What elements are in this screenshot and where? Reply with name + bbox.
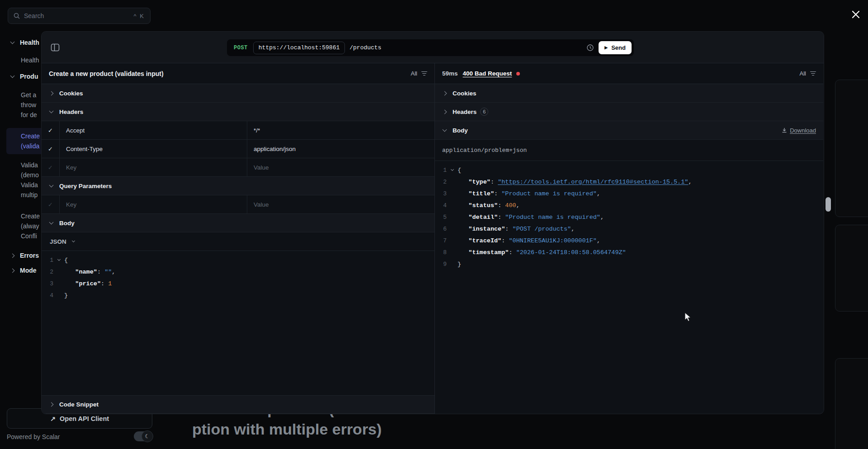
response-body-section[interactable]: Body Download [435, 121, 823, 140]
row-key-field[interactable]: Content-Type [60, 140, 247, 158]
request-body-section[interactable]: Body [42, 214, 434, 232]
line-number: 4 [45, 292, 53, 299]
response-pane: 59ms 400 Bad Request All Cookies Headers… [435, 63, 823, 414]
chevron-right-icon [49, 92, 53, 95]
download-icon [782, 128, 787, 133]
code-line: 1 { [435, 164, 823, 176]
path-field[interactable]: /products [349, 44, 381, 51]
row-value-field[interactable]: Value [247, 158, 434, 176]
code-line: 2 "type": "https://tools.ietf.org/html/r… [435, 176, 823, 188]
page-scrollbar-thumb[interactable] [826, 197, 831, 212]
chevron-right-icon [442, 110, 447, 113]
code-line: 8 "timestamp": "2026-01-24T18:08:58.0564… [435, 246, 823, 258]
send-button[interactable]: ▶ Send [599, 41, 632, 54]
row-enabled-checkbox[interactable]: ✓ [42, 121, 60, 139]
history-icon[interactable] [586, 44, 594, 52]
request-query-table: ✓ Key Value [42, 195, 434, 214]
chevron-down-icon [49, 185, 53, 187]
code-line: 2 "name": "", [42, 266, 434, 278]
row-enabled-checkbox[interactable]: ✓ [42, 158, 60, 176]
row-key-field[interactable]: Key [60, 158, 247, 176]
chevron-down-icon [450, 168, 453, 171]
line-number: 2 [45, 269, 53, 275]
row-value-field[interactable]: Value [247, 195, 434, 213]
headers-count-badge: 6 [480, 108, 488, 116]
moon-icon: ☾ [142, 430, 153, 442]
base-url-field[interactable]: https://localhost:59861 [253, 42, 345, 54]
kv-row[interactable]: ✓ Content-Type application/json [42, 140, 434, 158]
response-headers-section[interactable]: Headers 6 [435, 103, 823, 121]
line-number: 7 [439, 237, 447, 244]
fold-toggle[interactable] [53, 260, 64, 260]
chevron-down-icon [49, 111, 53, 113]
code-line: 3 "price": 1 [42, 278, 434, 289]
code-snippet-section[interactable]: Code Snippet [42, 395, 434, 414]
row-enabled-checkbox[interactable]: ✓ [42, 195, 60, 213]
line-number: 2 [439, 179, 447, 185]
chevron-down-icon [57, 258, 60, 261]
chevron-down-icon [10, 42, 14, 43]
sidebar-toggle-icon[interactable] [48, 40, 62, 55]
row-enabled-checkbox[interactable]: ✓ [42, 140, 60, 158]
chevron-right-icon [442, 92, 447, 95]
filter-icon [810, 71, 816, 76]
request-cookies-section[interactable]: Cookies [42, 84, 434, 103]
request-headers-table: ✓ Accept */* ✓ Content-Type application/… [42, 121, 434, 177]
line-number: 5 [439, 214, 447, 221]
response-body-viewer[interactable]: 1 { 2 "type": "https://tools.ietf.org/ht… [435, 161, 823, 274]
external-link-icon: ↗ [50, 415, 56, 422]
kv-row[interactable]: ✓ Key Value [42, 195, 434, 214]
fold-toggle[interactable] [447, 170, 458, 170]
response-duration: 59ms [442, 70, 458, 77]
line-number: 1 [439, 167, 447, 174]
response-status-link[interactable]: 400 Bad Request [463, 70, 512, 77]
search-input[interactable] [24, 12, 130, 19]
row-key-field[interactable]: Key [60, 195, 247, 213]
request-topbar: POST https://localhost:59861 /products ▶… [42, 32, 824, 63]
body-format-dropdown[interactable]: JSON [42, 232, 434, 251]
filter-icon [421, 71, 427, 76]
chevron-right-icon [10, 254, 14, 257]
status-error-dot [516, 72, 520, 76]
code-line: 3 "title": "Product name is required", [435, 188, 823, 199]
response-filter-button[interactable]: All [800, 70, 816, 77]
row-value-field[interactable]: */* [247, 121, 434, 139]
search-shortcut: ^ K [134, 13, 145, 19]
chevron-down-icon [49, 222, 53, 224]
powered-by-scalar-label: Powered by Scalar [7, 433, 60, 440]
line-number: 6 [439, 226, 447, 232]
chevron-right-icon [49, 403, 53, 406]
code-line: 4 } [42, 289, 434, 301]
request-headers-section[interactable]: Headers [42, 103, 434, 121]
response-content-type: application/problem+json [435, 140, 823, 161]
background-example-card [835, 358, 868, 449]
request-query-section[interactable]: Query Parameters [42, 177, 434, 195]
kv-row[interactable]: ✓ Accept */* [42, 121, 434, 140]
response-pane-header: 59ms 400 Bad Request All [435, 63, 823, 84]
close-button[interactable] [849, 8, 862, 21]
code-line: 4 "status": 400, [435, 199, 823, 211]
code-line: 7 "traceId": "0HNIREE5AU1KJ:0000001F", [435, 235, 823, 246]
docs-search-box[interactable]: ^ K [8, 8, 151, 24]
api-client-modal: POST https://localhost:59861 /products ▶… [42, 32, 824, 414]
row-key-field[interactable]: Accept [60, 121, 247, 139]
request-body-editor[interactable]: 1 { 2 "name": "", 3 "price": 1 4 } [42, 251, 434, 305]
dark-mode-toggle[interactable]: ☾ [134, 431, 153, 441]
http-method-selector[interactable]: POST [229, 45, 253, 51]
background-example-card [835, 225, 868, 312]
download-link[interactable]: Download [782, 127, 816, 134]
chevron-right-icon [10, 269, 14, 272]
code-line: 9 } [435, 258, 823, 270]
response-cookies-section[interactable]: Cookies [435, 84, 823, 103]
background-example-card [835, 80, 868, 217]
request-title: Create a new product (validates input) [49, 70, 164, 77]
line-number: 1 [45, 257, 53, 264]
request-pane: Create a new product (validates input) A… [42, 63, 435, 414]
line-number: 9 [439, 261, 447, 268]
chevron-down-icon [71, 241, 76, 242]
request-filter-button[interactable]: All [411, 70, 427, 77]
row-value-field[interactable]: application/json [247, 140, 434, 158]
line-number: 8 [439, 249, 447, 256]
kv-row[interactable]: ✓ Key Value [42, 158, 434, 177]
line-number: 3 [439, 190, 447, 197]
